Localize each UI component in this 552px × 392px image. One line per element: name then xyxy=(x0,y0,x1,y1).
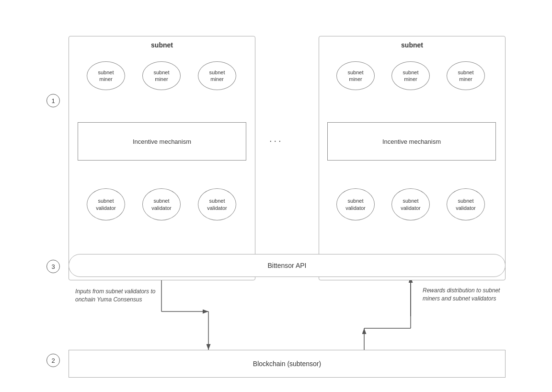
bittensor-api-pill: Bittensor API xyxy=(69,254,506,277)
right-validator-1: subnetvalidator xyxy=(336,188,375,220)
badge-1: 1 xyxy=(46,94,60,107)
left-validator-2: subnetvalidator xyxy=(142,188,181,220)
left-miner-1: subnetminer xyxy=(87,61,125,90)
left-validator-3: subnetvalidator xyxy=(198,188,236,220)
diagram-container: 1 3 2 subnet subnet subnetminer subnetmi… xyxy=(0,0,552,392)
label-rewards: Rewards distribution to subnet miners an… xyxy=(423,287,502,303)
ellipsis-dots: ... xyxy=(269,133,283,144)
subnet-title-left: subnet xyxy=(69,41,255,49)
left-miner-2: subnetminer xyxy=(142,61,181,90)
right-miner-3: subnetminer xyxy=(447,61,485,90)
incentive-box-right: Incentive mechanism xyxy=(327,122,496,161)
incentive-box-left: Incentive mechanism xyxy=(78,122,246,161)
left-validator-1: subnetvalidator xyxy=(87,188,125,220)
right-validator-2: subnetvalidator xyxy=(391,188,430,220)
badge-3: 3 xyxy=(46,260,60,273)
right-miner-2: subnetminer xyxy=(391,61,430,90)
subnet-title-right: subnet xyxy=(319,41,505,49)
badge-2: 2 xyxy=(46,354,60,367)
blockchain-box: Blockchain (subtensor) xyxy=(69,350,506,378)
left-miner-3: subnetminer xyxy=(198,61,236,90)
right-miner-1: subnetminer xyxy=(336,61,375,90)
right-validator-3: subnetvalidator xyxy=(447,188,485,220)
label-inputs: Inputs from subnet validators to onchain… xyxy=(75,288,166,304)
